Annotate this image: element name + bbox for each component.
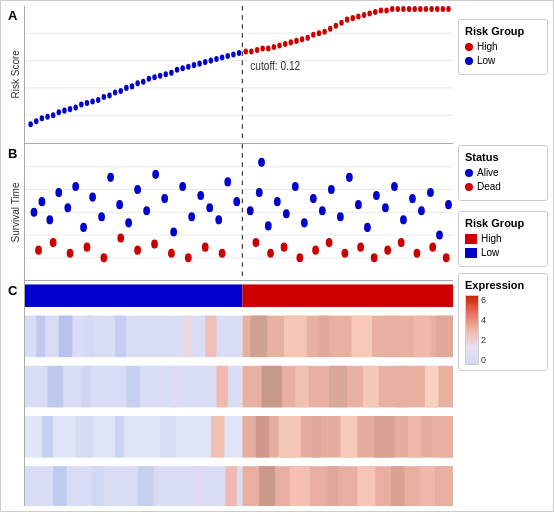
svg-rect-216 — [138, 466, 154, 506]
svg-point-18 — [73, 105, 78, 111]
heatmap-svg: GPR182 CENPA BCO2 ANLN — [25, 281, 453, 506]
svg-point-47 — [237, 50, 242, 56]
svg-point-97 — [46, 215, 53, 224]
svg-point-119 — [247, 206, 254, 215]
svg-rect-221 — [290, 466, 310, 506]
svg-point-128 — [328, 184, 335, 193]
svg-rect-185 — [436, 316, 453, 358]
svg-point-108 — [143, 206, 150, 215]
svg-point-55 — [283, 41, 288, 47]
svg-rect-211 — [408, 416, 422, 458]
svg-point-98 — [55, 187, 62, 196]
svg-point-56 — [289, 39, 294, 45]
svg-rect-204 — [211, 416, 225, 458]
svg-rect-198 — [425, 366, 439, 408]
svg-point-106 — [125, 218, 132, 227]
svg-point-12 — [40, 115, 45, 121]
svg-rect-180 — [284, 316, 307, 358]
svg-point-31 — [147, 76, 152, 82]
legend-alive-label: Alive — [477, 167, 499, 178]
svg-point-127 — [319, 206, 326, 215]
svg-rect-179 — [250, 316, 267, 358]
svg-rect-223 — [357, 466, 375, 506]
svg-point-139 — [427, 187, 434, 196]
svg-point-24 — [107, 92, 112, 98]
panel-a-y-axis: Risk Score — [6, 6, 24, 144]
svg-rect-188 — [81, 366, 90, 408]
legend-expression-title: Expression — [465, 279, 541, 291]
svg-point-43 — [214, 56, 219, 62]
svg-point-78 — [412, 6, 417, 12]
legend-dead-dot — [465, 183, 473, 191]
svg-point-104 — [107, 172, 114, 181]
legend-high-rect-c — [465, 234, 477, 244]
svg-point-57 — [294, 38, 299, 44]
svg-point-70 — [367, 11, 372, 17]
svg-rect-202 — [115, 416, 124, 458]
legend-risk-group-a-title: Risk Group — [465, 25, 541, 37]
svg-point-153 — [219, 248, 226, 257]
svg-point-115 — [206, 203, 213, 212]
svg-point-15 — [57, 109, 62, 115]
svg-point-44 — [220, 55, 225, 61]
svg-rect-215 — [93, 466, 104, 506]
tick-4: 4 — [481, 315, 486, 325]
legend-alive: Alive — [465, 167, 541, 178]
legend-c-area: Risk Group High Low Expression 6 4 — [458, 211, 548, 371]
svg-point-27 — [124, 85, 129, 91]
svg-point-144 — [67, 248, 74, 257]
svg-rect-208 — [312, 416, 321, 458]
svg-point-102 — [89, 192, 96, 201]
legend-alive-dot — [465, 169, 473, 177]
svg-point-59 — [305, 35, 310, 41]
svg-rect-222 — [327, 466, 338, 506]
svg-point-10 — [28, 121, 33, 127]
legend-risk-group-c-title: Risk Group — [465, 217, 541, 229]
svg-rect-220 — [259, 466, 275, 506]
legend-high-a: High — [465, 41, 541, 52]
svg-point-137 — [409, 194, 416, 203]
legend-dead: Dead — [465, 181, 541, 192]
svg-point-84 — [446, 6, 451, 12]
panel-b-y-axis: Survival Time — [6, 144, 24, 282]
svg-point-146 — [100, 253, 107, 262]
svg-point-165 — [414, 248, 421, 257]
svg-point-122 — [274, 197, 281, 206]
svg-point-163 — [384, 245, 391, 254]
svg-point-133 — [373, 191, 380, 200]
svg-point-50 — [255, 47, 260, 53]
panel-a-chart: 2 0 -2 -4 cutoff: 0.12 — [24, 6, 453, 144]
svg-point-52 — [266, 45, 271, 51]
svg-point-101 — [80, 222, 87, 231]
svg-point-160 — [341, 248, 348, 257]
svg-point-109 — [152, 169, 159, 178]
svg-rect-218 — [225, 466, 236, 506]
svg-point-54 — [277, 42, 282, 48]
panel-b: B Survival Time 6 4 2 0 — [6, 144, 453, 282]
svg-point-25 — [113, 89, 118, 95]
legend-area: Risk Group High Low Status Alive Dead — [453, 1, 553, 511]
panel-b-svg: 6 4 2 0 — [25, 144, 453, 281]
legend-high-c: High — [465, 233, 541, 244]
svg-rect-224 — [391, 466, 405, 506]
tick-2: 2 — [481, 335, 486, 345]
svg-point-32 — [152, 74, 157, 80]
svg-text:cutoff: 0.12: cutoff: 0.12 — [250, 57, 300, 73]
svg-point-107 — [134, 184, 141, 193]
svg-point-162 — [371, 253, 378, 262]
svg-point-129 — [337, 212, 344, 221]
svg-rect-187 — [48, 366, 64, 408]
svg-point-95 — [31, 207, 38, 216]
svg-point-166 — [429, 242, 436, 251]
legend-high-label-a: High — [477, 41, 498, 52]
svg-point-49 — [249, 48, 254, 54]
legend-risk-group-c: Risk Group High Low — [458, 211, 548, 267]
svg-rect-172 — [36, 316, 45, 358]
svg-point-21 — [90, 99, 95, 105]
svg-point-34 — [164, 71, 169, 77]
svg-point-121 — [265, 221, 272, 230]
legend-low-rect-c — [465, 248, 477, 258]
svg-point-80 — [424, 6, 429, 12]
svg-rect-226 — [439, 466, 453, 506]
svg-point-135 — [391, 181, 398, 190]
